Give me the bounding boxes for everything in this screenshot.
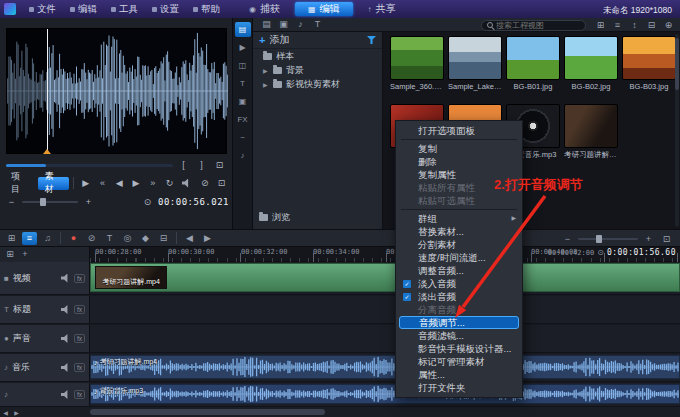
- menu-item-adjust-audio[interactable]: 调整音频...: [396, 264, 522, 277]
- mark-in-icon[interactable]: [: [176, 159, 191, 172]
- tab-edit[interactable]: ▦编辑: [295, 2, 353, 16]
- menu-item-properties[interactable]: 属性...: [396, 368, 522, 381]
- scrub-marker-icon[interactable]: [43, 149, 51, 154]
- menu-edit[interactable]: 编辑: [63, 0, 104, 18]
- preview-playhead[interactable]: [47, 29, 48, 153]
- menu-item-replace-clip[interactable]: 替换素材...: [396, 225, 522, 238]
- menu-tools[interactable]: 工具: [104, 0, 145, 18]
- menu-item-fade-in-audio[interactable]: ✓淡入音频: [396, 277, 522, 290]
- mute-speaker-icon[interactable]: [61, 305, 70, 314]
- scroll-right-icon[interactable]: ▶: [11, 407, 22, 417]
- timeline-zoom-in-icon[interactable]: +: [641, 233, 656, 246]
- library-item[interactable]: BG-B02.jpg: [564, 36, 618, 91]
- title-track-header[interactable]: T 标题 fx: [0, 296, 90, 323]
- menu-item-speed-time-lapse[interactable]: 速度/时间流逝...: [396, 251, 522, 264]
- painting-creator-icon[interactable]: ◆: [138, 232, 153, 245]
- menu-help[interactable]: 帮助: [186, 0, 227, 18]
- library-item[interactable]: Sample_360.mp4: [390, 36, 444, 91]
- title-icon[interactable]: T: [235, 76, 251, 91]
- add-folder-button[interactable]: 添加: [269, 33, 289, 47]
- audio-library-icon[interactable]: ♪: [235, 148, 251, 163]
- clip-mode-button[interactable]: 素材: [38, 177, 70, 190]
- storyboard-view-icon[interactable]: ⊞: [4, 232, 19, 245]
- collapse-arrow-icon[interactable]: ▶: [263, 81, 269, 88]
- previous-frame-button[interactable]: ◀: [112, 177, 127, 190]
- motion-tracking-icon[interactable]: ◎: [120, 232, 135, 245]
- track-chevron-right-icon[interactable]: ▶: [200, 232, 215, 245]
- tab-share[interactable]: ↑共享: [355, 2, 409, 16]
- full-screen-icon[interactable]: ⊡: [214, 177, 229, 190]
- fit-project-icon[interactable]: ⊡: [659, 233, 674, 246]
- filter-title-icon[interactable]: T: [310, 18, 325, 31]
- track-fx-icon[interactable]: fx: [74, 305, 85, 314]
- mute-speaker-icon[interactable]: [61, 390, 70, 399]
- record-capture-icon[interactable]: ●: [66, 232, 81, 245]
- track-chevron-left-icon[interactable]: ◀: [182, 232, 197, 245]
- enlarge-icon[interactable]: ⊡: [212, 159, 227, 172]
- motion-path-icon[interactable]: ~: [235, 130, 251, 145]
- menu-item-audio-adjustment[interactable]: 音频调节...: [399, 316, 519, 329]
- track-manager-icon[interactable]: ⊞: [4, 248, 16, 261]
- folder-samples[interactable]: 样本: [253, 49, 382, 63]
- ruler-scale[interactable]: 00:00:28:00 00:00:30:00 00:00:32:00 00:0…: [90, 247, 680, 262]
- filter-funnel-icon[interactable]: [367, 36, 376, 44]
- music-track-header[interactable]: ♪ 音乐 fx: [0, 354, 90, 381]
- library-item-lecture-video[interactable]: 考研习题讲解.mp4: [564, 104, 618, 160]
- video-clip[interactable]: 考研习题讲解.mp4: [90, 263, 680, 292]
- play-button[interactable]: ▶: [78, 177, 93, 190]
- audio-clip-bgm[interactable]: ♪ 背景音乐.mp3: [90, 384, 680, 404]
- menu-item-open-options-panel[interactable]: 打开选项面板: [396, 124, 522, 137]
- track-fx-icon[interactable]: fx: [74, 390, 85, 399]
- library-item[interactable]: BG-B03.jpg: [622, 36, 676, 91]
- menu-item-split-clip[interactable]: 分割素材: [396, 238, 522, 251]
- add-icon[interactable]: +: [259, 34, 265, 46]
- transition-icon[interactable]: ◫: [235, 58, 251, 73]
- zoom-in-icon[interactable]: +: [81, 196, 96, 209]
- import-media-icon[interactable]: ⊕: [661, 19, 676, 32]
- tab-capture[interactable]: ◉捕获: [236, 2, 293, 16]
- folder-fastflick-clips[interactable]: ▶ 影视快剪素材: [253, 77, 382, 91]
- menu-settings[interactable]: 设置: [145, 0, 186, 18]
- batch-convert-icon[interactable]: ⊟: [156, 232, 171, 245]
- menu-item-fade-out-audio[interactable]: ✓淡出音频: [396, 290, 522, 303]
- overlay-icon[interactable]: ▣: [235, 94, 251, 109]
- library-scrollbar[interactable]: [675, 34, 679, 227]
- media-library-icon[interactable]: ▤: [235, 22, 251, 37]
- repeat-button[interactable]: ↻: [162, 177, 177, 190]
- filter-audio-icon[interactable]: ♪: [293, 18, 308, 31]
- sound-mixer-icon[interactable]: ♫: [40, 232, 55, 245]
- scrub-bar[interactable]: [6, 164, 173, 167]
- collapse-arrow-icon[interactable]: ▶: [263, 67, 269, 74]
- menu-item-delete[interactable]: 删除: [396, 155, 522, 168]
- preview-zoom-slider[interactable]: [22, 201, 78, 203]
- menu-item-fastflick-designer[interactable]: 影音快手模板设计器...: [396, 342, 522, 355]
- sort-icon[interactable]: ↕: [627, 19, 642, 32]
- mute-speaker-icon[interactable]: [61, 363, 70, 372]
- folder-backgrounds[interactable]: ▶ 背景: [253, 63, 382, 77]
- voice-track-header[interactable]: ● 声音 fx: [0, 325, 90, 352]
- subtitle-editor-icon[interactable]: T: [102, 232, 117, 245]
- scrollbar-thumb[interactable]: [90, 409, 325, 415]
- timeline-zoom-out-icon[interactable]: −: [560, 233, 575, 246]
- volume-icon[interactable]: [179, 177, 194, 190]
- track-fx-icon[interactable]: fx: [74, 334, 85, 343]
- menu-item-open-folder[interactable]: 打开文件夹: [396, 381, 522, 394]
- options-icon[interactable]: ⊟: [644, 19, 659, 32]
- menu-item-mark-clip[interactable]: 标记可管理素材: [396, 355, 522, 368]
- timeline-zoom-slider[interactable]: [578, 238, 638, 240]
- end-button[interactable]: »: [145, 177, 160, 190]
- split-scene-icon[interactable]: ⊘: [84, 232, 99, 245]
- scroll-left-icon[interactable]: ◀: [0, 407, 11, 417]
- library-item[interactable]: Sample_Lake.mp4: [448, 36, 502, 91]
- add-track-icon[interactable]: +: [19, 248, 31, 261]
- grid-view-icon[interactable]: ⊞: [593, 19, 608, 32]
- library-search[interactable]: [481, 20, 586, 31]
- track-fx-icon[interactable]: fx: [74, 363, 85, 372]
- menu-item-copy[interactable]: 复制: [396, 142, 522, 155]
- mute-speaker-icon[interactable]: [61, 274, 70, 283]
- timeline-view-icon[interactable]: ≡: [22, 232, 37, 245]
- menu-item-group[interactable]: 群组▶: [396, 212, 522, 225]
- next-frame-button[interactable]: ▶: [129, 177, 144, 190]
- library-item[interactable]: BG-B01.jpg: [506, 36, 560, 91]
- zoom-out-icon[interactable]: −: [4, 196, 19, 209]
